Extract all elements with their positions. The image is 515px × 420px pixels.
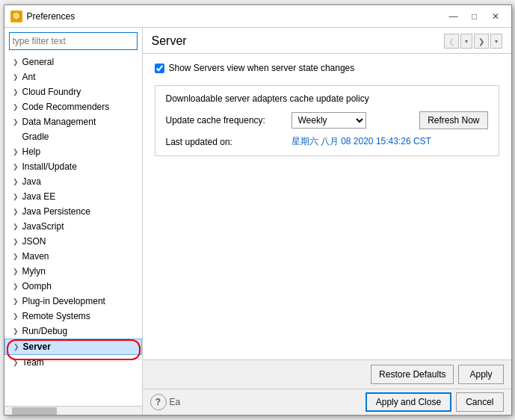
sidebar-item-code-recommenders[interactable]: ❯ Code Recommenders [4,99,142,114]
help-button[interactable]: ? [150,394,167,410]
forward-dropdown[interactable]: ▾ [490,34,502,49]
page-title: Server [152,34,187,48]
last-updated-value: 星期六 八月 08 2020 15:43:26 CST [292,135,431,148]
sidebar-item-mylyn[interactable]: ❯ Mylyn [4,264,142,279]
sidebar-label-maven: Maven [22,251,49,262]
refresh-now-button[interactable]: Refresh Now [419,111,487,129]
sidebar-item-general[interactable]: ❯ General [4,55,142,70]
sidebar-label-install-update: Install/Update [22,161,77,172]
expand-arrow-cloud-foundry: ❯ [10,87,21,97]
sidebar-item-data-management[interactable]: ❯ Data Management [4,114,142,129]
sidebar-label-team: Team [22,357,44,368]
sidebar-item-plugin-dev[interactable]: ❯ Plug-in Development [4,294,142,309]
sidebar-item-install-update[interactable]: ❯ Install/Update [4,159,142,174]
dialog-body: ❯ General ❯ Ant ❯ Cloud Foundry ❯ Code R… [4,28,511,415]
window-controls: — □ ✕ [444,9,505,24]
expand-arrow-remote-systems: ❯ [10,311,21,321]
sidebar: ❯ General ❯ Ant ❯ Cloud Foundry ❯ Code R… [4,28,143,415]
footer-bar: ? Ea Apply and Close Cancel [143,389,511,415]
expand-arrow-oomph: ❯ [10,281,21,291]
show-servers-row: Show Servers view when server state chan… [155,63,499,73]
sidebar-label-java: Java [22,176,41,187]
back-button[interactable]: ❮ [444,34,459,49]
sidebar-label-java-persistence: Java Persistence [22,206,90,217]
sidebar-label-mylyn: Mylyn [22,266,46,277]
title-bar: ⚙ Preferences — □ ✕ [4,5,511,28]
sidebar-label-data-management: Data Management [22,117,96,127]
expand-arrow-install-update: ❯ [10,161,21,172]
sidebar-label-json: JSON [22,236,46,247]
sidebar-label-plugin-dev: Plug-in Development [22,296,105,306]
sidebar-item-team[interactable]: ❯ Team [4,355,142,370]
section-title: Downloadable server adapters cache updat… [166,93,488,104]
last-updated-label: Last updated on: [166,137,286,147]
sidebar-label-remote-systems: Remote Systems [22,311,90,321]
sidebar-label-java-ee: Java EE [22,191,56,202]
show-servers-checkbox[interactable] [155,64,164,73]
sidebar-item-server[interactable]: ❯ Server [4,339,142,355]
preferences-dialog: ⚙ Preferences — □ ✕ ❯ General ❯ Ant [4,4,512,416]
sidebar-item-ant[interactable]: ❯ Ant [4,70,142,84]
main-content: Server ❮ ▾ ❯ ▾ Show Servers view when se… [143,28,511,415]
minimize-button[interactable]: — [444,9,463,24]
sidebar-item-cloud-foundry[interactable]: ❯ Cloud Foundry [4,84,142,99]
expand-arrow-mylyn: ❯ [10,266,21,277]
sidebar-item-java[interactable]: ❯ Java [4,174,142,189]
sidebar-label-javascript: JavaScript [22,221,64,232]
expand-arrow-code-recommenders: ❯ [10,102,21,112]
sidebar-label-run-debug: Run/Debug [22,326,68,336]
preferences-icon: ⚙ [10,10,22,22]
sidebar-scrollbar[interactable] [4,406,142,415]
expand-arrow-java-persistence: ❯ [10,206,21,217]
sidebar-item-java-ee[interactable]: ❯ Java EE [4,189,142,204]
ea-text: Ea [170,397,181,407]
sidebar-item-json[interactable]: ❯ JSON [4,234,142,249]
expand-arrow-team: ❯ [10,357,21,368]
apply-and-close-button[interactable]: Apply and Close [366,392,451,412]
sidebar-label-code-recommenders: Code Recommenders [22,102,110,112]
expand-arrow-data-management: ❯ [10,117,21,127]
sidebar-item-run-debug[interactable]: ❯ Run/Debug [4,324,142,339]
sidebar-item-javascript[interactable]: ❯ JavaScript [4,219,142,234]
expand-arrow-json: ❯ [10,236,21,247]
main-header: Server ❮ ▾ ❯ ▾ [143,28,511,54]
sidebar-label-ant: Ant [22,72,36,82]
maximize-button[interactable]: □ [465,9,484,24]
sidebar-item-gradle[interactable]: Gradle [4,129,142,144]
sidebar-item-remote-systems[interactable]: ❯ Remote Systems [4,309,142,324]
tree-area: ❯ General ❯ Ant ❯ Cloud Foundry ❯ Code R… [4,55,142,406]
update-frequency-select[interactable]: Weekly Never Daily Monthly [292,112,366,129]
expand-arrow-server: ❯ [11,342,22,352]
footer-right: Apply and Close Cancel [366,392,504,412]
back-dropdown[interactable]: ▾ [460,34,472,49]
sidebar-item-oomph[interactable]: ❯ Oomph [4,279,142,294]
show-servers-label: Show Servers view when server state chan… [169,63,355,73]
dialog-title: Preferences [27,11,75,22]
sidebar-item-java-persistence[interactable]: ❯ Java Persistence [4,204,142,219]
forward-button[interactable]: ❯ [474,34,489,49]
sidebar-item-maven[interactable]: ❯ Maven [4,249,142,264]
nav-arrows: ❮ ▾ ❯ ▾ [444,34,502,49]
expand-arrow-maven: ❯ [10,251,21,262]
sidebar-label-gradle: Gradle [22,132,49,142]
expand-arrow-java: ❯ [10,176,21,187]
bottom-bar: Restore Defaults Apply [143,359,511,389]
restore-defaults-button[interactable]: Restore Defaults [371,365,454,384]
title-bar-left: ⚙ Preferences [10,10,75,22]
expand-arrow-run-debug: ❯ [10,326,21,336]
update-label: Update cache frequency: [166,115,286,126]
cache-policy-section: Downloadable server adapters cache updat… [155,85,499,156]
last-updated-row: Last updated on: 星期六 八月 08 2020 15:43:26… [166,135,488,148]
sidebar-label-oomph: Oomph [22,281,52,291]
main-body: Show Servers view when server state chan… [143,54,511,359]
sidebar-label-general: General [22,57,55,67]
close-button[interactable]: ✕ [486,9,505,24]
cancel-button[interactable]: Cancel [456,392,503,412]
scroll-thumb [12,407,57,415]
search-input[interactable] [9,32,138,50]
expand-arrow-plugin-dev: ❯ [10,296,21,306]
sidebar-label-help: Help [22,146,41,157]
apply-button[interactable]: Apply [458,365,503,384]
sidebar-item-help[interactable]: ❯ Help [4,144,142,159]
expand-arrow-java-ee: ❯ [10,191,21,202]
